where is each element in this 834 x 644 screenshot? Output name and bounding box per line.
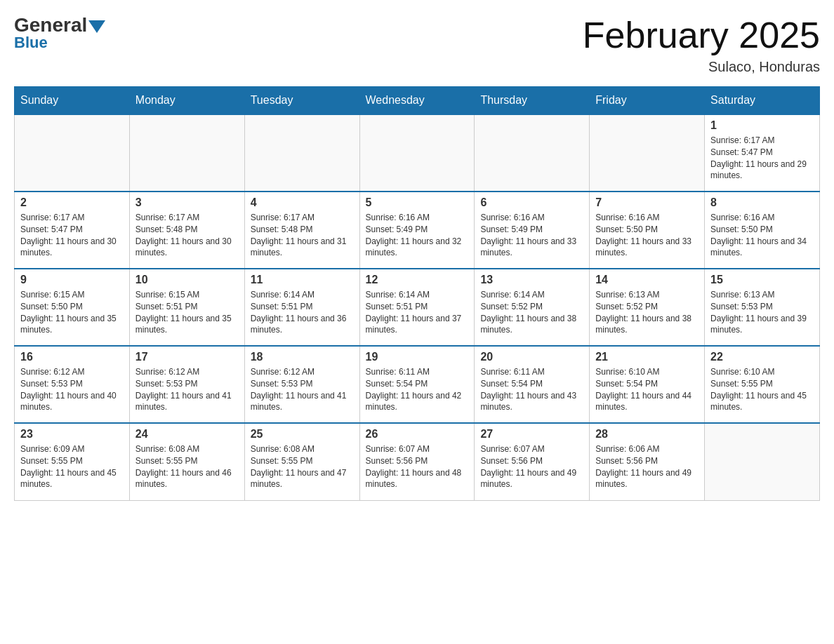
day-info: Sunrise: 6:15 AMSunset: 5:51 PMDaylight:…	[135, 289, 239, 336]
day-number: 13	[480, 274, 583, 286]
calendar-day-cell: 8Sunrise: 6:16 AMSunset: 5:50 PMDaylight…	[705, 192, 820, 269]
day-info: Sunrise: 6:13 AMSunset: 5:52 PMDaylight:…	[595, 289, 699, 336]
calendar-day-cell: 24Sunrise: 6:08 AMSunset: 5:55 PMDayligh…	[129, 423, 244, 500]
day-of-week-header: Friday	[590, 87, 705, 115]
day-number: 27	[480, 428, 583, 441]
calendar-day-cell: 13Sunrise: 6:14 AMSunset: 5:52 PMDayligh…	[475, 269, 590, 346]
calendar-day-cell: 17Sunrise: 6:12 AMSunset: 5:53 PMDayligh…	[129, 346, 244, 423]
day-number: 26	[366, 428, 469, 441]
day-info: Sunrise: 6:16 AMSunset: 5:50 PMDaylight:…	[710, 212, 814, 259]
calendar-day-cell	[244, 114, 359, 192]
day-of-week-header: Monday	[129, 87, 244, 115]
day-info: Sunrise: 6:12 AMSunset: 5:53 PMDaylight:…	[135, 366, 239, 413]
calendar-day-cell	[15, 114, 130, 192]
calendar-day-cell: 27Sunrise: 6:07 AMSunset: 5:56 PMDayligh…	[475, 423, 590, 500]
month-title: February 2025	[583, 14, 820, 56]
day-info: Sunrise: 6:09 AMSunset: 5:55 PMDaylight:…	[20, 443, 124, 490]
day-number: 16	[20, 351, 124, 363]
calendar-day-cell: 10Sunrise: 6:15 AMSunset: 5:51 PMDayligh…	[129, 269, 244, 346]
logo: General Blue	[14, 14, 105, 52]
day-number: 7	[595, 196, 699, 209]
day-number: 19	[366, 351, 469, 363]
calendar-day-cell	[359, 114, 475, 192]
calendar-day-cell	[475, 114, 590, 192]
day-info: Sunrise: 6:11 AMSunset: 5:54 PMDaylight:…	[480, 366, 583, 413]
day-number: 8	[710, 196, 814, 209]
calendar-day-cell	[590, 114, 705, 192]
day-info: Sunrise: 6:10 AMSunset: 5:54 PMDaylight:…	[595, 366, 699, 413]
calendar-day-cell: 3Sunrise: 6:17 AMSunset: 5:48 PMDaylight…	[129, 192, 244, 269]
calendar-day-cell: 21Sunrise: 6:10 AMSunset: 5:54 PMDayligh…	[590, 346, 705, 423]
calendar-day-cell: 23Sunrise: 6:09 AMSunset: 5:55 PMDayligh…	[15, 423, 130, 500]
day-number: 15	[710, 274, 814, 286]
calendar-week-row: 16Sunrise: 6:12 AMSunset: 5:53 PMDayligh…	[15, 346, 820, 423]
day-info: Sunrise: 6:07 AMSunset: 5:56 PMDaylight:…	[480, 443, 583, 490]
day-info: Sunrise: 6:16 AMSunset: 5:49 PMDaylight:…	[366, 212, 469, 259]
day-number: 2	[20, 196, 124, 209]
calendar-header-row: SundayMondayTuesdayWednesdayThursdayFrid…	[15, 87, 820, 115]
day-info: Sunrise: 6:10 AMSunset: 5:55 PMDaylight:…	[710, 366, 814, 413]
calendar-day-cell: 20Sunrise: 6:11 AMSunset: 5:54 PMDayligh…	[475, 346, 590, 423]
day-info: Sunrise: 6:17 AMSunset: 5:47 PMDaylight:…	[710, 135, 814, 182]
calendar-table: SundayMondayTuesdayWednesdayThursdayFrid…	[14, 86, 820, 501]
calendar-week-row: 23Sunrise: 6:09 AMSunset: 5:55 PMDayligh…	[15, 423, 820, 500]
calendar-day-cell: 9Sunrise: 6:15 AMSunset: 5:50 PMDaylight…	[15, 269, 130, 346]
day-of-week-header: Tuesday	[244, 87, 359, 115]
day-number: 3	[135, 196, 239, 209]
calendar-day-cell: 22Sunrise: 6:10 AMSunset: 5:55 PMDayligh…	[705, 346, 820, 423]
day-number: 28	[595, 428, 699, 441]
day-number: 17	[135, 351, 239, 363]
day-of-week-header: Wednesday	[359, 87, 475, 115]
day-of-week-header: Saturday	[705, 87, 820, 115]
title-area: February 2025 Sulaco, Honduras	[583, 14, 820, 75]
calendar-week-row: 2Sunrise: 6:17 AMSunset: 5:47 PMDaylight…	[15, 192, 820, 269]
day-of-week-header: Sunday	[15, 87, 130, 115]
day-number: 4	[251, 196, 354, 209]
day-info: Sunrise: 6:14 AMSunset: 5:51 PMDaylight:…	[366, 289, 469, 336]
day-info: Sunrise: 6:16 AMSunset: 5:50 PMDaylight:…	[595, 212, 699, 259]
day-number: 10	[135, 274, 239, 286]
day-number: 22	[710, 351, 814, 363]
day-info: Sunrise: 6:12 AMSunset: 5:53 PMDaylight:…	[251, 366, 354, 413]
logo-arrow-icon	[88, 20, 105, 33]
calendar-day-cell: 7Sunrise: 6:16 AMSunset: 5:50 PMDaylight…	[590, 192, 705, 269]
day-number: 23	[20, 428, 124, 441]
day-info: Sunrise: 6:07 AMSunset: 5:56 PMDaylight:…	[366, 443, 469, 490]
calendar-day-cell: 18Sunrise: 6:12 AMSunset: 5:53 PMDayligh…	[244, 346, 359, 423]
day-info: Sunrise: 6:12 AMSunset: 5:53 PMDaylight:…	[20, 366, 124, 413]
calendar-day-cell: 19Sunrise: 6:11 AMSunset: 5:54 PMDayligh…	[359, 346, 475, 423]
day-number: 12	[366, 274, 469, 286]
day-info: Sunrise: 6:08 AMSunset: 5:55 PMDaylight:…	[251, 443, 354, 490]
day-info: Sunrise: 6:16 AMSunset: 5:49 PMDaylight:…	[480, 212, 583, 259]
day-info: Sunrise: 6:17 AMSunset: 5:48 PMDaylight:…	[251, 212, 354, 259]
day-number: 1	[710, 119, 814, 132]
calendar-day-cell: 1Sunrise: 6:17 AMSunset: 5:47 PMDaylight…	[705, 114, 820, 192]
day-number: 21	[595, 351, 699, 363]
day-info: Sunrise: 6:14 AMSunset: 5:51 PMDaylight:…	[251, 289, 354, 336]
logo-blue-text: Blue	[14, 34, 48, 52]
calendar-day-cell: 16Sunrise: 6:12 AMSunset: 5:53 PMDayligh…	[15, 346, 130, 423]
day-info: Sunrise: 6:14 AMSunset: 5:52 PMDaylight:…	[480, 289, 583, 336]
page-header: General Blue February 2025 Sulaco, Hondu…	[14, 14, 820, 75]
calendar-day-cell: 11Sunrise: 6:14 AMSunset: 5:51 PMDayligh…	[244, 269, 359, 346]
day-info: Sunrise: 6:06 AMSunset: 5:56 PMDaylight:…	[595, 443, 699, 490]
day-info: Sunrise: 6:11 AMSunset: 5:54 PMDaylight:…	[366, 366, 469, 413]
day-info: Sunrise: 6:15 AMSunset: 5:50 PMDaylight:…	[20, 289, 124, 336]
calendar-day-cell	[705, 423, 820, 500]
day-number: 5	[366, 196, 469, 209]
day-number: 6	[480, 196, 583, 209]
day-info: Sunrise: 6:08 AMSunset: 5:55 PMDaylight:…	[135, 443, 239, 490]
calendar-day-cell: 15Sunrise: 6:13 AMSunset: 5:53 PMDayligh…	[705, 269, 820, 346]
day-number: 25	[251, 428, 354, 441]
day-info: Sunrise: 6:17 AMSunset: 5:48 PMDaylight:…	[135, 212, 239, 259]
calendar-week-row: 1Sunrise: 6:17 AMSunset: 5:47 PMDaylight…	[15, 114, 820, 192]
calendar-day-cell: 28Sunrise: 6:06 AMSunset: 5:56 PMDayligh…	[590, 423, 705, 500]
calendar-day-cell: 2Sunrise: 6:17 AMSunset: 5:47 PMDaylight…	[15, 192, 130, 269]
calendar-day-cell: 14Sunrise: 6:13 AMSunset: 5:52 PMDayligh…	[590, 269, 705, 346]
day-number: 18	[251, 351, 354, 363]
calendar-week-row: 9Sunrise: 6:15 AMSunset: 5:50 PMDaylight…	[15, 269, 820, 346]
calendar-day-cell: 25Sunrise: 6:08 AMSunset: 5:55 PMDayligh…	[244, 423, 359, 500]
day-info: Sunrise: 6:17 AMSunset: 5:47 PMDaylight:…	[20, 212, 124, 259]
calendar-day-cell	[129, 114, 244, 192]
calendar-day-cell: 12Sunrise: 6:14 AMSunset: 5:51 PMDayligh…	[359, 269, 475, 346]
